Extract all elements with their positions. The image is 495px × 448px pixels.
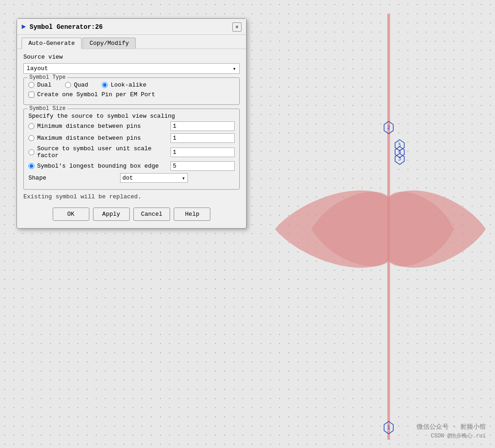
radio-scale-factor[interactable] bbox=[28, 149, 34, 155]
dialog-title-left: ► Symbol Generator:26 bbox=[22, 23, 103, 31]
radio-lookalike-input[interactable] bbox=[102, 82, 108, 88]
radio-dual-label: Dual bbox=[37, 82, 51, 88]
radio-bbox-edge[interactable] bbox=[28, 163, 34, 169]
radio-quad-input[interactable] bbox=[65, 82, 71, 88]
help-button[interactable]: Help bbox=[174, 208, 210, 221]
source-view-dropdown-wrapper: layout bbox=[23, 63, 240, 74]
radio-dual[interactable]: Dual bbox=[28, 82, 51, 88]
symbol-type-options-row: Dual Quad Look-alike bbox=[28, 82, 235, 90]
shape-dropdown[interactable]: dot square cross bbox=[120, 173, 188, 183]
size-option-bbox-label[interactable]: Symbol's longest bounding box edge bbox=[28, 163, 170, 169]
tabs-container: Auto-Generate Copy/Modify bbox=[17, 35, 246, 49]
radio-dual-input[interactable] bbox=[28, 82, 34, 88]
bbox-edge-input[interactable] bbox=[170, 161, 235, 171]
min-dist-label: Minimum distance between pins bbox=[37, 123, 141, 130]
shape-row: Shape dot square cross bbox=[28, 173, 235, 183]
svg-text:2: 2 bbox=[387, 125, 390, 130]
size-option-min-label[interactable]: Minimum distance between pins bbox=[28, 123, 170, 130]
radio-lookalike[interactable]: Look-alike bbox=[102, 82, 146, 88]
radio-quad-label: Quad bbox=[74, 82, 88, 88]
max-dist-label: Maximum distance between pins bbox=[37, 135, 141, 142]
radio-quad[interactable]: Quad bbox=[65, 82, 88, 88]
radio-lookalike-label: Look-alike bbox=[110, 82, 146, 88]
scale-factor-input[interactable] bbox=[170, 148, 235, 157]
close-button[interactable]: × bbox=[232, 22, 242, 32]
size-option-scale-label[interactable]: Source to symbol user unit scale factor bbox=[28, 145, 170, 159]
bbox-edge-label: Symbol's longest bounding box edge bbox=[37, 163, 159, 169]
svg-text:1: 1 bbox=[387, 425, 390, 430]
dialog-titlebar: ► Symbol Generator:26 × bbox=[17, 19, 246, 35]
warning-text: Existing symbol will be replaced. bbox=[23, 193, 240, 200]
scaling-label: Specify the source to symbol view scalin… bbox=[28, 113, 175, 120]
tab-copy-modify[interactable]: Copy/Modify bbox=[82, 38, 136, 49]
scaling-label-row: Specify the source to symbol view scalin… bbox=[28, 113, 235, 120]
size-option-bbox: Symbol's longest bounding box edge bbox=[28, 161, 235, 171]
em-port-checkbox-row[interactable]: Create one Symbol Pin per EM Port bbox=[28, 91, 235, 98]
shape-dropdown-wrapper: dot square cross bbox=[120, 173, 188, 183]
size-option-min: Minimum distance between pins bbox=[28, 121, 235, 131]
scale-factor-label: Source to symbol user unit scale factor bbox=[37, 145, 170, 159]
symbol-generator-dialog: ► Symbol Generator:26 × Auto-Generate Co… bbox=[16, 18, 247, 229]
max-dist-input[interactable] bbox=[170, 133, 235, 143]
tab-auto-generate[interactable]: Auto-Generate bbox=[22, 38, 82, 49]
em-port-label: Create one Symbol Pin per EM Port bbox=[37, 91, 155, 98]
size-option-max-label[interactable]: Maximum distance between pins bbox=[28, 135, 170, 142]
symbol-type-group-label: Symbol Type bbox=[28, 74, 67, 81]
dialog-icon: ► bbox=[22, 23, 26, 31]
shape-label: Shape bbox=[28, 175, 120, 181]
dialog-title: Symbol Generator:26 bbox=[30, 23, 103, 31]
dialog-body: Source view layout Symbol Type Dual Quad bbox=[17, 49, 246, 228]
svg-text:3: 3 bbox=[398, 156, 401, 161]
watermark: 微信公众号 · 射频小馆 CSDN @怡步晚心.rui bbox=[417, 423, 486, 440]
symbol-size-group-label: Symbol Size bbox=[28, 105, 67, 112]
source-view-row: Source view bbox=[23, 54, 240, 61]
watermark-line2: CSDN @怡步晚心.rui bbox=[417, 432, 486, 440]
em-port-checkbox[interactable] bbox=[28, 92, 34, 98]
min-dist-input[interactable] bbox=[170, 121, 235, 131]
size-option-max: Maximum distance between pins bbox=[28, 133, 235, 143]
size-option-scale: Source to symbol user unit scale factor bbox=[28, 145, 235, 159]
radio-min-dist[interactable] bbox=[28, 123, 34, 129]
source-view-dropdown-row: layout bbox=[23, 63, 240, 74]
symbol-size-group: Symbol Size Specify the source to symbol… bbox=[23, 109, 240, 190]
symbol-type-group: Symbol Type Dual Quad Look-alike Create … bbox=[23, 77, 240, 105]
radio-max-dist[interactable] bbox=[28, 135, 34, 141]
source-view-label: Source view bbox=[23, 54, 63, 60]
ok-button[interactable]: OK bbox=[53, 208, 89, 221]
apply-button[interactable]: Apply bbox=[93, 208, 130, 221]
watermark-line1: 微信公众号 · 射频小馆 bbox=[417, 423, 486, 431]
source-view-dropdown[interactable]: layout bbox=[23, 63, 240, 74]
cancel-button[interactable]: Cancel bbox=[133, 208, 170, 221]
button-row: OK Apply Cancel Help bbox=[23, 205, 240, 222]
